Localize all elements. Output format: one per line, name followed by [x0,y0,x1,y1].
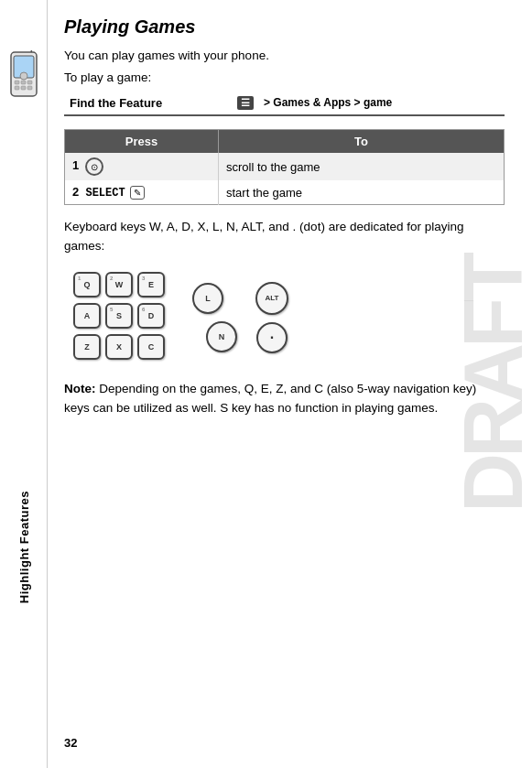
find-feature-table: Find the Feature ☰ > Games & Apps > game [64,92,505,116]
to-play-text: To play a game: [64,70,505,84]
note-text: Note: Depending on the games, Q, E, Z, a… [64,380,505,418]
sidebar: Highlight Features [0,0,48,768]
row2-select-key: SELECT [85,187,125,200]
keys-group-left: 1Q 2W 3E A 5S 6D [73,272,183,363]
key-alt: ALT [255,282,288,315]
table-row: 1 ⊙ scroll to the game [65,153,505,180]
phone-icon [6,50,41,103]
key-e: 3E [137,272,165,297]
sidebar-label-text: Highlight Features [17,491,31,603]
key-q: 1Q [73,272,101,297]
row2-select-icon: ✎ [130,186,145,200]
row1-press-cell: 1 ⊙ [65,153,219,180]
page-title: Playing Games [64,16,505,38]
alt-dot-group: ALT · [255,282,288,353]
key-s: 5S [105,303,133,329]
main-content: Playing Games You can play games with yo… [48,0,532,768]
svg-rect-2 [15,81,19,84]
svg-point-8 [20,72,27,80]
sidebar-label-container: Highlight Features [0,491,48,603]
page-number: 32 [64,736,77,750]
svg-rect-4 [27,81,32,84]
key-dot: · [256,322,288,353]
table-row: 2 SELECT ✎ start the game [65,180,505,205]
row1-nav-icon: ⊙ [85,157,103,176]
row1-number: 1 [72,159,79,173]
svg-rect-3 [21,81,26,84]
intro-text: You can play games with your phone. [64,47,505,65]
table-header-row: Press To [65,130,505,154]
menu-icon-char: ☰ [237,96,254,110]
note-label: Note: [64,382,96,395]
key-n: N [206,321,237,352]
row2-press-cell: 2 SELECT ✎ [65,180,219,205]
key-z: Z [73,334,101,360]
note-content: Depending on the games, Q, E, Z, and C (… [64,382,476,415]
key-l: L [192,283,223,314]
keys-area: 1Q 2W 3E A 5S 6D [73,272,505,363]
row2-number: 2 [72,185,79,199]
key-a: A [73,303,101,329]
find-feature-label: Find the Feature [70,96,162,110]
row1-to-cell: scroll to the game [219,153,505,180]
page-container: Highlight Features Playing Games You can… [0,0,532,768]
key-d: 6D [137,303,165,329]
svg-rect-6 [21,86,26,90]
keys-group-right: L N [201,283,237,352]
col-press-header: Press [65,130,219,154]
find-feature-row: Find the Feature ☰ > Games & Apps > game [64,92,505,115]
key-w: 2W [105,272,133,297]
row2-to-cell: start the game [219,180,505,205]
keyboard-text: Keyboard keys W, A, D, X, L, N, ALT, and… [64,218,505,255]
col-to-header: To [219,130,505,154]
key-c: C [137,334,165,360]
svg-rect-7 [27,86,32,90]
press-to-table: Press To 1 ⊙ scroll to the game 2 [64,129,505,205]
svg-rect-5 [15,86,19,90]
find-feature-path: > Games & Apps > game [264,96,392,109]
key-x: X [105,334,133,360]
